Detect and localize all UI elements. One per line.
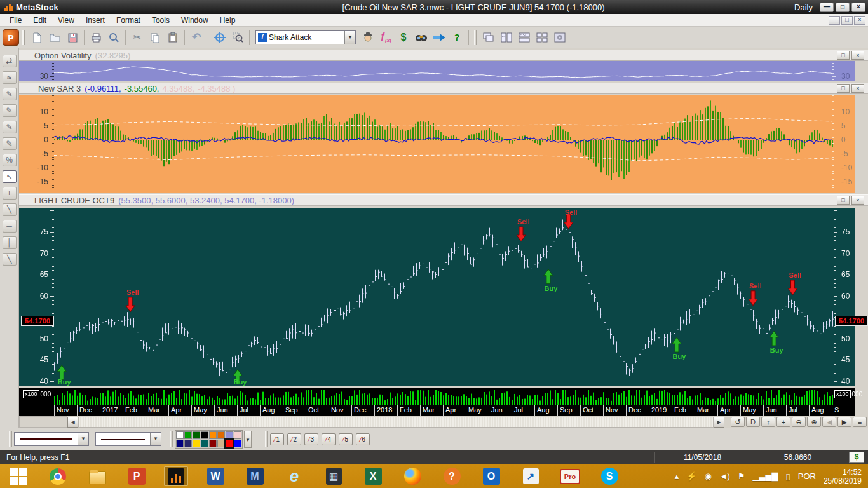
window-options-button[interactable]: [552, 29, 568, 46]
menu-edit[interactable]: Edit: [27, 15, 52, 26]
crosshair-button[interactable]: [212, 29, 228, 46]
color-swatch[interactable]: [193, 440, 200, 447]
taskbar-excel[interactable]: X: [361, 466, 385, 486]
mdi-close-button[interactable]: ×: [854, 16, 865, 25]
cut-button[interactable]: ✂: [129, 29, 146, 46]
volume-chart[interactable]: [19, 388, 855, 405]
taskbar-metastock[interactable]: [164, 466, 188, 486]
zoom-in-button[interactable]: ⊕: [807, 417, 821, 427]
toolbar-grip[interactable]: [474, 30, 477, 45]
minimize-button[interactable]: —: [820, 3, 834, 12]
volatility-panel-header[interactable]: Option Volatility (32.8295) □ ×: [19, 50, 868, 61]
color-swatch[interactable]: [217, 431, 225, 439]
price-close-button[interactable]: ×: [851, 196, 864, 205]
zigzag-chart-tool[interactable]: ≈: [3, 71, 17, 84]
color-swatch[interactable]: [201, 431, 208, 439]
trendline-tool[interactable]: ╲: [3, 203, 17, 216]
color-swatch[interactable]: [193, 431, 200, 439]
menu-view[interactable]: View: [52, 15, 80, 26]
vertical-scale-button[interactable]: ↕: [761, 417, 775, 427]
price-panel-header[interactable]: LIGHT CRUDE OCT9 (55.3500, 55.6000, 53.2…: [19, 194, 868, 206]
pointer-tool[interactable]: ↖: [3, 170, 17, 183]
refresh-button[interactable]: ↺: [731, 417, 745, 427]
copy-button[interactable]: [147, 29, 163, 46]
color-swatch[interactable]: [201, 440, 208, 447]
chart-menu-button[interactable]: ≡: [853, 417, 867, 427]
network-icon[interactable]: ◉: [704, 471, 711, 481]
volatility-chart[interactable]: [19, 61, 855, 81]
pencil-study-c-tool[interactable]: ✎: [3, 121, 17, 133]
vertical-line-tool[interactable]: │: [3, 236, 17, 249]
print-button[interactable]: [88, 29, 104, 46]
close-button[interactable]: ×: [851, 3, 865, 12]
undo-button[interactable]: ↶: [188, 29, 205, 46]
template-button-1[interactable]: ⁄1: [270, 433, 284, 445]
template-button-2[interactable]: ⁄2: [287, 433, 301, 445]
color-swatch[interactable]: [184, 440, 192, 447]
menu-tools[interactable]: Tools: [146, 15, 175, 26]
split-panes-tool[interactable]: ⇄: [3, 55, 17, 67]
color-swatch[interactable]: [209, 440, 217, 447]
taskbar-share-app[interactable]: ↗: [519, 466, 543, 486]
chevron-down-icon[interactable]: ▼: [78, 433, 88, 445]
pan-button[interactable]: +: [776, 417, 790, 427]
line-weight-dropdown[interactable]: ▼: [14, 432, 89, 446]
color-swatch[interactable]: [176, 431, 184, 439]
downloader-button[interactable]: [431, 29, 447, 46]
sar-restore-button[interactable]: □: [837, 84, 850, 93]
pencil-study-a-tool[interactable]: ✎: [3, 88, 17, 100]
palette-dropdown-button[interactable]: ▼: [244, 431, 252, 448]
usb-device-icon[interactable]: ⚡: [686, 471, 696, 481]
menu-format[interactable]: Format: [111, 15, 146, 26]
restore-button[interactable]: □: [836, 3, 850, 12]
battery-icon[interactable]: ▯: [786, 471, 790, 481]
signal-bars-icon[interactable]: ▁▃▅▇: [753, 471, 778, 481]
tray-expand-icon[interactable]: ▴: [675, 471, 679, 481]
sar-panel-header[interactable]: New SAR 3 (-0.96111, -3.55460, 4.35488, …: [19, 83, 868, 94]
taskbar-m-app[interactable]: M: [243, 466, 267, 486]
language-indicator[interactable]: POR: [798, 471, 816, 481]
regression-tool[interactable]: ╲: [3, 253, 17, 266]
price-restore-button[interactable]: □: [837, 196, 850, 205]
scrollbar-track[interactable]: [78, 417, 714, 428]
color-swatch[interactable]: [209, 431, 217, 439]
page-right-button[interactable]: ▶: [837, 417, 851, 427]
volatility-close-button[interactable]: ×: [851, 51, 864, 60]
color-swatch[interactable]: [234, 431, 241, 439]
zoom-out-button[interactable]: ⊖: [792, 417, 806, 427]
volatility-restore-button[interactable]: □: [837, 51, 850, 60]
toolbar-grip[interactable]: [22, 30, 25, 45]
line-style-dropdown[interactable]: ▼: [95, 432, 161, 446]
menu-window[interactable]: Window: [175, 15, 214, 26]
cascade-windows-button[interactable]: [480, 29, 497, 46]
tile-vertical-button[interactable]: [498, 29, 515, 46]
toolbar-grip[interactable]: [9, 431, 12, 447]
periodicity-daily-button[interactable]: D: [746, 417, 760, 427]
taskbar-outlook[interactable]: O: [479, 466, 503, 486]
taskbar-chrome[interactable]: [46, 466, 70, 486]
taskbar-skype[interactable]: S: [597, 466, 621, 486]
expert-advisor-dropdown[interactable]: f Shark Attack ▼: [255, 30, 356, 44]
toolbar-grip[interactable]: [265, 431, 268, 447]
zoom-selection-button[interactable]: [229, 29, 246, 46]
new-chart-button[interactable]: [29, 29, 45, 46]
color-swatch[interactable]: [226, 431, 233, 439]
expert-advisor-button[interactable]: [360, 29, 376, 46]
chevron-down-icon[interactable]: ▼: [344, 31, 355, 44]
page-left-button[interactable]: ◀: [822, 417, 836, 427]
taskbar-powerpoint[interactable]: P: [125, 466, 149, 486]
pencil-study-b-tool[interactable]: ✎: [3, 104, 17, 117]
color-swatch[interactable]: [234, 440, 241, 447]
template-button-3[interactable]: ⁄3: [304, 433, 318, 445]
taskbar-firefox[interactable]: [400, 466, 424, 486]
tile-grid-button[interactable]: [534, 29, 550, 46]
color-swatch[interactable]: [217, 440, 225, 447]
scroll-left-button[interactable]: ◀: [67, 417, 78, 428]
system-tester-button[interactable]: $: [395, 29, 412, 46]
indicator-builder-button[interactable]: ƒ(x): [377, 29, 394, 46]
taskbar-start-button[interactable]: [6, 466, 31, 486]
chevron-down-icon[interactable]: ▼: [150, 433, 161, 445]
explorer-button[interactable]: [413, 29, 430, 46]
context-help-button[interactable]: ?: [449, 29, 465, 46]
sar-chart[interactable]: [19, 95, 855, 193]
